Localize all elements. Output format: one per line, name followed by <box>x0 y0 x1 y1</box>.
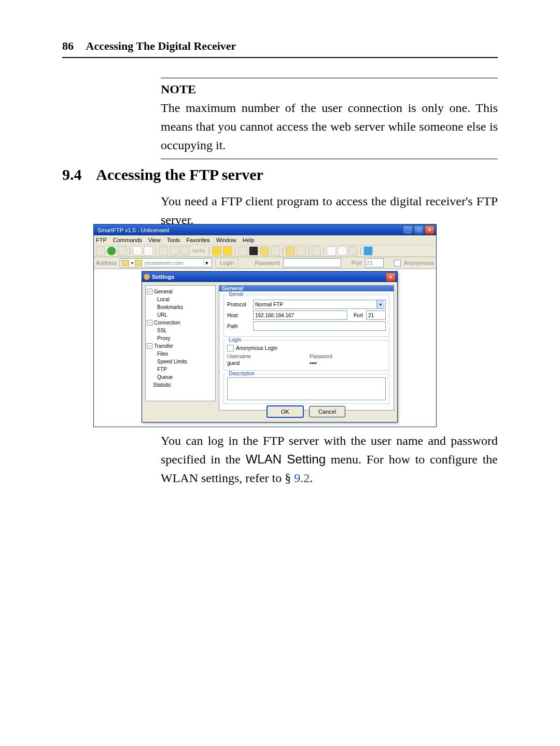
collapse-icon[interactable]: − <box>147 320 152 326</box>
settings-close-button[interactable]: × <box>386 273 396 281</box>
path-label: Path <box>227 323 250 329</box>
tree-node-url[interactable]: URL <box>147 311 214 319</box>
protocol-label: Protocol <box>227 302 250 307</box>
anonymous-login-label: Anonymous Login <box>236 345 277 351</box>
toolbar-separator <box>156 247 156 255</box>
toolbar-icon[interactable] <box>107 246 116 256</box>
maximize-button[interactable]: □ <box>414 226 424 234</box>
address-label: Address <box>96 260 117 266</box>
app-title: SmartFTP v1.5 - Unlicensed <box>95 227 403 233</box>
host-label: Host <box>227 313 250 318</box>
section-link-9-2[interactable]: 9.2 <box>294 471 310 485</box>
toolbar-icon[interactable] <box>170 246 179 256</box>
toolbar-separator <box>360 247 361 255</box>
toolbar-icon[interactable] <box>348 246 358 256</box>
collapse-icon[interactable]: − <box>147 289 152 294</box>
path-input[interactable] <box>253 321 386 331</box>
server-groupbox: Server Protocol Normal FTP Host 192.168.… <box>223 294 389 337</box>
menu-favorites[interactable]: Favorites <box>186 237 209 243</box>
menu-view[interactable]: View <box>148 237 161 243</box>
login-password-input[interactable]: •••• <box>310 360 386 366</box>
star-icon[interactable] <box>223 246 232 256</box>
tree-node-queue[interactable]: Queue <box>147 373 214 381</box>
ftp-client-window: SmartFTP v1.5 - Unlicensed _ □ × FTP Com… <box>93 224 437 427</box>
address-dd-split[interactable]: ▾ <box>131 261 133 265</box>
host-input[interactable]: 192.168.184.167 <box>253 311 347 320</box>
close-button[interactable]: × <box>425 226 435 234</box>
port-label: Port <box>354 313 363 318</box>
password-input[interactable] <box>283 258 341 268</box>
chapter-title: Accessing The Digital Receiver <box>86 39 236 52</box>
server-legend: Server <box>227 291 245 297</box>
collapse-icon[interactable]: − <box>147 343 152 349</box>
tree-node-speedlimits[interactable]: Speed Limits <box>147 358 214 365</box>
toolbar-icon[interactable] <box>133 246 142 256</box>
cancel-button[interactable]: Cancel <box>309 406 345 417</box>
port-input[interactable]: 21 <box>366 311 386 320</box>
tree-node-local[interactable]: Local <box>147 295 214 303</box>
tree-node-ftp[interactable]: FTP <box>147 365 214 373</box>
toolbar-icon[interactable] <box>297 246 306 256</box>
tree-node-proxy[interactable]: Proxy <box>147 334 214 342</box>
password-label: Password <box>310 354 386 359</box>
anonymous-label: Anonymous <box>404 260 434 266</box>
tree-node-files[interactable]: Files <box>147 350 214 358</box>
menu-ftp[interactable]: FTP <box>96 237 107 243</box>
menu-window[interactable]: Window <box>216 237 236 243</box>
login-button[interactable]: Login <box>215 258 239 268</box>
tree-node-bookmarks[interactable]: Bookmarks <box>147 303 214 311</box>
toolbar-separator <box>324 247 324 255</box>
minimize-button[interactable]: _ <box>403 226 413 234</box>
toolbar-icon[interactable] <box>144 246 153 256</box>
toolbar-icon[interactable] <box>271 246 280 256</box>
toolbar-icon[interactable] <box>96 246 105 256</box>
toolbar-icon[interactable] <box>180 246 190 256</box>
toolbar-icon[interactable] <box>118 246 127 256</box>
protocol-select[interactable]: Normal FTP <box>253 300 386 309</box>
menu-help[interactable]: Help <box>243 237 255 243</box>
section-number: 9.4 <box>62 166 82 183</box>
ok-button[interactable]: OK <box>267 405 304 418</box>
body-paragraph-2: You can log in the FTP server with the u… <box>161 431 498 487</box>
tree-node-connection[interactable]: −Connection <box>147 319 214 327</box>
toolbar-icon[interactable] <box>249 246 258 256</box>
tree-node-general[interactable]: −General <box>147 288 214 295</box>
tree-node-transfer[interactable]: −Transfer <box>147 342 214 350</box>
note-box: NOTE The maximum number of the user conn… <box>161 78 498 159</box>
star-icon[interactable] <box>212 246 221 256</box>
password-label: Password <box>255 260 279 266</box>
toolbar-separator <box>209 247 209 255</box>
login-groupbox: Login Anonymous Login Username guest <box>223 340 389 371</box>
toolbar-separator <box>283 247 283 255</box>
folder-icon[interactable] <box>286 246 295 256</box>
app-titlebar[interactable]: SmartFTP v1.5 - Unlicensed _ □ × <box>94 224 436 235</box>
tree-node-statistic[interactable]: Statistic <box>147 381 214 389</box>
para2-wlan-setting: WLAN Setting <box>246 452 326 466</box>
description-legend: Description <box>227 371 256 376</box>
client-area: Settings × −General Local Bookmarks URL … <box>94 269 436 427</box>
toolbar-icon[interactable] <box>327 246 336 256</box>
settings-tree[interactable]: −General Local Bookmarks URL −Connection… <box>145 285 216 401</box>
toolbar-icon[interactable] <box>238 246 247 256</box>
help-icon[interactable] <box>363 246 373 256</box>
address-input[interactable]: ▾ yourserver.com ▾ <box>120 258 212 268</box>
username-input[interactable]: guest <box>227 360 303 366</box>
description-groupbox: Description <box>223 374 389 404</box>
toolbar-icon[interactable] <box>312 246 321 256</box>
menu-tools[interactable]: Tools <box>167 237 180 243</box>
toolbar-icon[interactable] <box>159 246 168 256</box>
settings-titlebar[interactable]: Settings × <box>142 272 397 282</box>
folder-icon[interactable] <box>260 246 269 256</box>
description-textarea[interactable] <box>227 377 386 400</box>
tree-node-ssl[interactable]: SSL <box>147 327 214 334</box>
toolbar-icon[interactable] <box>338 246 347 256</box>
settings-title: Settings <box>150 274 386 280</box>
page-header: 86 Accessing The Digital Receiver <box>62 39 498 58</box>
anonymous-checkbox[interactable] <box>394 260 401 266</box>
anonymous-login-checkbox[interactable] <box>227 345 234 351</box>
folder-icon <box>122 260 129 266</box>
port-input[interactable]: 21 <box>365 258 384 268</box>
menubar: FTP Commands View Tools Favorites Window… <box>94 235 436 245</box>
dropdown-icon[interactable]: ▾ <box>203 259 210 266</box>
menu-commands[interactable]: Commands <box>113 237 142 243</box>
